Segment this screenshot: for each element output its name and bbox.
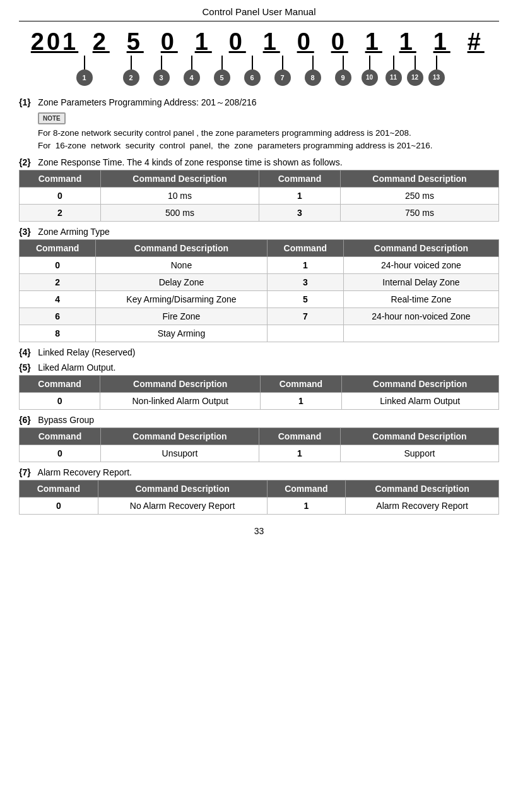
circle-13: 13 <box>428 69 445 86</box>
s5-col1-header: Command <box>20 376 100 393</box>
s7-r1-c1: 0 <box>20 498 98 515</box>
line-9 <box>343 56 344 69</box>
section-7-label: {7} <box>19 467 31 477</box>
s3-r2-c2: Delay Zone <box>96 274 267 291</box>
s3-r3-c1: 4 <box>20 291 96 308</box>
s3-col4-header: Command Description <box>343 240 498 257</box>
connector-7: 7 <box>274 56 291 86</box>
section-5-table: Command Command Description Command Comm… <box>19 375 499 410</box>
section-6-heading: {6} Bypass Group <box>19 415 499 425</box>
digit-0d: 0 <box>328 29 351 56</box>
s3-r1-c2: None <box>96 257 267 274</box>
circle-7: 7 <box>274 69 291 86</box>
section-1-label: {1} <box>19 97 31 107</box>
circle-9: 9 <box>335 69 351 86</box>
s5-col3-header: Command <box>261 376 341 393</box>
s6-r1-c4: Support <box>340 445 498 462</box>
s3-r2-c3: 3 <box>267 274 343 291</box>
s5-r1-c1: 0 <box>20 393 100 410</box>
circle-5: 5 <box>214 69 230 86</box>
s3-r4-c1: 6 <box>20 308 96 325</box>
table-row: 2 500 ms 3 750 ms <box>20 205 499 222</box>
s3-r4-c2: Fire Zone <box>96 308 267 325</box>
connector-12: 12 <box>407 56 423 86</box>
digit-1b: 1 <box>260 29 283 56</box>
s3-r1-c1: 0 <box>20 257 96 274</box>
digit-0a: 0 <box>158 29 180 56</box>
s6-col3-header: Command <box>259 428 340 445</box>
section-3-heading: {3} Zone Arming Type <box>19 227 499 237</box>
s3-r2-c4: Internal Delay Zone <box>343 274 498 291</box>
s2-col1-header: Command <box>20 170 101 188</box>
section-1: {1} Zone Parameters Programming Address:… <box>19 97 499 153</box>
s2-r1-c1: 0 <box>20 188 101 205</box>
s2-r2-c4: 750 ms <box>340 205 498 222</box>
digit-201: 201 <box>31 29 78 56</box>
table-row: 6 Fire Zone 7 24-hour non-voiced Zone <box>20 308 499 325</box>
line-10 <box>369 56 370 69</box>
s6-r1-c2: Unsuport <box>100 445 259 462</box>
s2-r2-c2: 500 ms <box>100 205 259 222</box>
section-3-table: Command Command Description Command Comm… <box>19 239 499 342</box>
digit-1c: 1 <box>362 29 385 56</box>
section-2-heading: {2} Zone Response Time. The 4 kinds of z… <box>19 157 499 167</box>
s3-r5-c3 <box>267 325 343 342</box>
section-7-heading: {7} Alarm Recovery Report. <box>19 467 499 477</box>
section-6-label: {6} <box>19 415 31 425</box>
s5-r1-c2: Non-linked Alarm Output <box>100 393 261 410</box>
s6-r1-c3: 1 <box>259 445 340 462</box>
s2-r1-c2: 10 ms <box>100 188 259 205</box>
section-5-heading: {5} Liked Alarm Output. <box>19 362 499 373</box>
s6-col4-header: Command Description <box>340 428 498 445</box>
s2-r2-c1: 2 <box>20 205 101 222</box>
connector-8: 8 <box>305 56 321 86</box>
table-row: 0 Non-linked Alarm Output 1 Linked Alarm… <box>20 393 499 410</box>
section-6-text: Bypass Group <box>38 415 94 425</box>
page-number: 33 <box>19 526 499 536</box>
s2-col4-header: Command Description <box>340 170 498 188</box>
circle-3: 3 <box>153 69 170 86</box>
s7-col2-header: Command Description <box>98 481 267 498</box>
note-icon: NOTE <box>38 112 66 124</box>
section-4-heading: {4} Linked Relay (Reserved) <box>19 347 499 357</box>
section-2-table: Command Command Description Command Comm… <box>19 170 499 222</box>
connector-row: 1 2 3 4 5 6 <box>19 56 499 86</box>
section-3-text: Zone Arming Type <box>38 227 109 237</box>
section-2-label: {2} <box>19 157 31 167</box>
s3-col3-header: Command <box>267 240 343 257</box>
s3-r3-c2: Key Arming/Disarming Zone <box>96 291 267 308</box>
connector-5: 5 <box>214 56 230 86</box>
note-text: For 8-zone network security control pane… <box>38 127 499 153</box>
section-7-text: Alarm Recovery Report. <box>38 467 132 477</box>
table-row: 4 Key Arming/Disarming Zone 5 Real-time … <box>20 291 499 308</box>
page-title: Control Panel User Manual <box>19 6 499 21</box>
s2-r2-c3: 3 <box>259 205 340 222</box>
connector-3: 3 <box>153 56 170 86</box>
section-5-label: {5} <box>19 362 31 373</box>
diagram-top-row: 201 2 5 0 1 0 1 0 0 1 1 1 # <box>19 29 499 56</box>
connector-6: 6 <box>244 56 261 86</box>
circle-2: 2 <box>123 69 139 86</box>
s5-col2-header: Command Description <box>100 376 261 393</box>
line-2 <box>131 56 132 69</box>
section-2: {2} Zone Response Time. The 4 kinds of z… <box>19 157 499 222</box>
connector-9: 9 <box>335 56 351 86</box>
s3-r5-c2: Stay Arming <box>96 325 267 342</box>
s2-r1-c4: 250 ms <box>340 188 498 205</box>
connector-11: 11 <box>386 56 402 86</box>
s2-col3-header: Command <box>259 170 340 188</box>
section-5: {5} Liked Alarm Output. Command Command … <box>19 362 499 410</box>
section-1-heading: {1} Zone Parameters Programming Address:… <box>19 97 499 109</box>
digit-0b: 0 <box>226 29 249 56</box>
s5-r1-c4: Linked Alarm Output <box>341 393 499 410</box>
table-row: 8 Stay Arming <box>20 325 499 342</box>
table-row: 0 None 1 24-hour voiced zone <box>20 257 499 274</box>
s3-r5-c1: 8 <box>20 325 96 342</box>
line-1 <box>84 56 85 69</box>
digit-2: 2 <box>90 29 112 56</box>
digit-1d: 1 <box>396 29 419 56</box>
s2-col2-header: Command Description <box>100 170 259 188</box>
s3-r1-c4: 24-hour voiced zone <box>343 257 498 274</box>
section-1-text: Zone Parameters Programming Address: 201… <box>38 97 256 107</box>
section-4-label: {4} <box>19 347 31 357</box>
